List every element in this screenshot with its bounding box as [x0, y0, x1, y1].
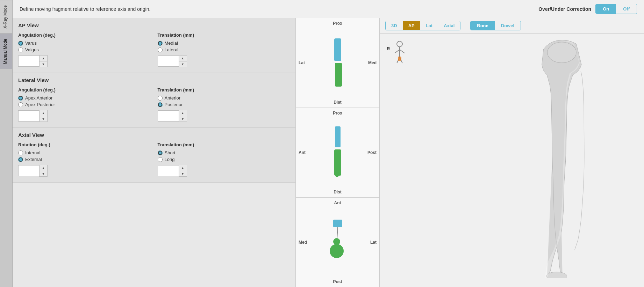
lat-angulation-label: Angulation (deg.) — [18, 87, 151, 93]
axial-translation-col: Translation (mm) Short Long — [158, 142, 290, 177]
bone-rendering-svg — [513, 37, 616, 278]
on-button[interactable]: On — [596, 4, 616, 14]
axial-rotation-spinner: ▲ ▼ — [39, 165, 48, 177]
human-figure: R — [387, 41, 408, 68]
ap-angulation-input-row: 4 ▲ ▼ — [18, 55, 151, 67]
ap-view-section: AP View Angulation (deg.) Varus V — [13, 18, 295, 73]
lat-diagram-svg — [327, 123, 348, 182]
ap-lateral-option[interactable]: Lateral — [158, 47, 290, 52]
view-toolbar: 3D AP Lat Axial Bone Dowel — [380, 18, 644, 34]
tab-axial[interactable]: Axial — [438, 21, 460, 30]
lat-diag-left: Ant — [299, 150, 306, 155]
axial-translation-input[interactable]: 6 — [158, 165, 179, 176]
axial-internal-option[interactable]: Internal — [18, 150, 151, 155]
axial-translation-radios: Short Long — [158, 150, 290, 162]
axial-rotation-down[interactable]: ▼ — [40, 171, 47, 176]
body-layout: AP View Angulation (deg.) Varus V — [13, 18, 644, 287]
ap-angulation-input[interactable]: 4 — [18, 56, 39, 67]
ap-translation-down[interactable]: ▼ — [179, 61, 187, 67]
diagram-panel: Prox Dist Lat Med Prox Dist Ant Post — [296, 18, 380, 287]
svg-point-9 — [397, 41, 402, 47]
tab-lat[interactable]: Lat — [420, 21, 438, 30]
lat-posterior-option[interactable]: Posterior — [158, 102, 290, 107]
dowel-button[interactable]: Dowel — [495, 21, 521, 30]
right-panel: 3D AP Lat Axial Bone Dowel R — [380, 18, 644, 287]
ap-translation-input[interactable]: 15 — [158, 56, 179, 67]
lat-diagram-cell: Prox Dist Ant Post — [296, 108, 379, 198]
vertical-tab-panel: X-Ray Mode Manual Mode — [0, 0, 13, 287]
lat-translation-input-row: 0 ▲ ▼ — [158, 110, 290, 122]
axial-external-option[interactable]: External — [18, 157, 151, 162]
lat-angulation-down[interactable]: ▼ — [40, 116, 47, 122]
svg-point-4 — [335, 174, 339, 177]
lat-translation-down[interactable]: ▼ — [179, 116, 187, 122]
ap-varus-option[interactable]: Varus — [18, 41, 151, 46]
lateral-view-section: Lateral View Angulation (deg.) Apex Ante… — [13, 73, 295, 128]
axial-translation-input-row: 6 ▲ ▼ — [158, 165, 290, 177]
axial-long-option[interactable]: Long — [158, 157, 290, 162]
lat-apex-post-option[interactable]: Apex Posterior — [18, 102, 151, 107]
svg-rect-2 — [335, 126, 341, 147]
axial-translation-down[interactable]: ▼ — [179, 171, 187, 176]
axial-rotation-col: Rotation (deg.) Internal External — [18, 142, 151, 177]
ap-diag-left: Lat — [299, 60, 305, 65]
svg-point-7 — [333, 238, 340, 245]
tab-ap[interactable]: AP — [403, 21, 420, 30]
tab-manual[interactable]: Manual Mode — [0, 34, 12, 69]
ap-angulation-spinner: ▲ ▼ — [39, 55, 48, 67]
axial-translation-spinner: ▲ ▼ — [179, 165, 187, 177]
ap-medial-option[interactable]: Medial — [158, 41, 290, 46]
axial-rotation-radios: Internal External — [18, 150, 151, 162]
lat-translation-col: Translation (mm) Anterior Posterior — [158, 87, 290, 122]
ap-angulation-up[interactable]: ▲ — [40, 56, 47, 61]
axial-diag-right: Lat — [370, 240, 377, 245]
lat-translation-up[interactable]: ▲ — [179, 110, 187, 116]
lat-diag-bottom: Dist — [334, 190, 342, 194]
axial-view-section: Axial View Rotation (deg.) Internal — [13, 128, 295, 183]
axial-rotation-input-row: 5 ▲ ▼ — [18, 165, 151, 177]
over-under-label: Over/Under Correction — [538, 6, 591, 12]
ap-diag-top: Prox — [333, 21, 342, 26]
axial-rotation-input[interactable]: 5 — [18, 165, 39, 176]
axial-diag-top: Ant — [334, 200, 341, 205]
svg-line-8 — [337, 227, 338, 238]
svg-line-11 — [395, 50, 400, 53]
axial-translation-up[interactable]: ▲ — [179, 165, 187, 171]
lat-angulation-input[interactable]: 10 — [18, 110, 39, 122]
ap-diagram-svg — [327, 35, 348, 91]
header-bar: Define moving fragment relative to refer… — [13, 0, 644, 18]
lateral-view-title: Lateral View — [18, 77, 290, 83]
lat-diag-right: Post — [367, 150, 377, 155]
tab-xray[interactable]: X-Ray Mode — [0, 0, 12, 34]
svg-point-16 — [548, 42, 577, 63]
off-button[interactable]: Off — [616, 4, 637, 14]
lat-angulation-up[interactable]: ▲ — [40, 110, 47, 116]
lat-anterior-option[interactable]: Anterior — [158, 95, 290, 101]
axial-rotation-up[interactable]: ▲ — [40, 165, 47, 171]
lat-translation-input[interactable]: 0 — [158, 110, 179, 122]
axial-diag-left: Med — [299, 240, 307, 245]
on-off-toggle: On Off — [595, 4, 637, 14]
axial-view-title: Axial View — [18, 132, 290, 138]
lat-angulation-spinner: ▲ ▼ — [39, 110, 48, 122]
lat-angulation-input-row: 10 ▲ ▼ — [18, 110, 151, 122]
main-content: Define moving fragment relative to refer… — [13, 0, 644, 287]
header-right: Over/Under Correction On Off — [538, 4, 637, 14]
ap-angulation-label: Angulation (deg.) — [18, 32, 151, 38]
axial-translation-label: Translation (mm) — [158, 142, 290, 147]
ap-translation-up[interactable]: ▲ — [179, 56, 187, 61]
lat-apex-ant-option[interactable]: Apex Anterior — [18, 95, 151, 101]
lat-angulation-radios: Apex Anterior Apex Posterior — [18, 95, 151, 107]
lat-translation-spinner: ▲ ▼ — [179, 110, 187, 122]
svg-rect-0 — [334, 38, 341, 61]
ap-translation-input-row: 15 ▲ ▼ — [158, 55, 290, 67]
axial-diagram-cell: Ant Post Med Lat — [296, 198, 379, 287]
tab-3d[interactable]: 3D — [386, 21, 403, 30]
axial-short-option[interactable]: Short — [158, 150, 290, 155]
human-figure-svg — [391, 41, 408, 68]
view-tab-group: 3D AP Lat Axial — [385, 21, 460, 30]
lat-translation-radios: Anterior Posterior — [158, 95, 290, 107]
ap-valgus-option[interactable]: Valgus — [18, 47, 151, 52]
ap-angulation-down[interactable]: ▼ — [40, 61, 47, 67]
bone-button[interactable]: Bone — [471, 21, 495, 30]
